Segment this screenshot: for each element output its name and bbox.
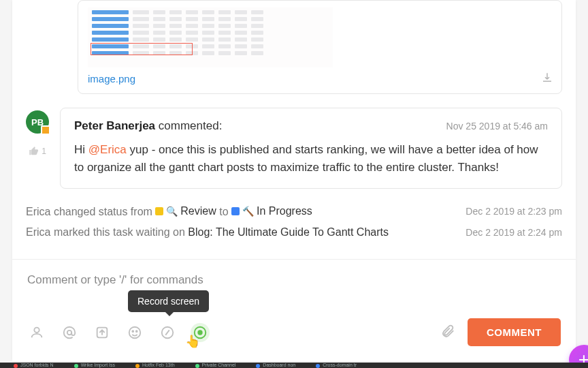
taskbar-item[interactable]: Dashboard non — [256, 363, 295, 367]
activity-prefix: Erica changed status from — [26, 206, 155, 217]
activity-prefix: Erica marked this task waiting on — [26, 226, 188, 238]
comment-body: Hi @Erica yup - once this is published a… — [74, 141, 548, 177]
attach-icon[interactable] — [440, 324, 455, 341]
svg-point-1 — [67, 330, 71, 334]
taskbar-item[interactable]: Cross-domain tr — [316, 363, 357, 367]
comment-input[interactable] — [27, 269, 561, 303]
svg-point-0 — [34, 327, 39, 332]
comment-text: Hi — [74, 143, 88, 156]
taskbar-item[interactable]: JSON forbids N — [14, 363, 54, 367]
taskbar-item[interactable]: Hotfix Feb 13th — [135, 363, 174, 367]
attachment-filename[interactable]: image.png — [88, 73, 135, 85]
attachment-thumbnail[interactable] — [88, 7, 333, 67]
activity-stream: image.png PB 1 Peter Banerjea commented: — [12, 0, 576, 243]
activity-time: Dec 2 2019 at 2:23 pm — [466, 206, 562, 217]
svg-point-4 — [132, 331, 133, 332]
slash-command-icon[interactable] — [158, 323, 177, 342]
comment-row: PB 1 Peter Banerjea commented: Nov 25 20… — [26, 108, 562, 189]
activity-time: Dec 2 2019 at 2:24 pm — [466, 227, 562, 238]
activity-waiting-on: Erica marked this task waiting on Blog: … — [26, 222, 562, 243]
svg-point-5 — [136, 331, 137, 332]
download-icon[interactable] — [541, 72, 553, 87]
comment-author: Peter Banerjea — [74, 119, 155, 132]
like-count: 1 — [42, 147, 46, 156]
status-from: 🔍Review — [155, 205, 216, 217]
avatar[interactable]: PB — [26, 110, 49, 134]
status-to: 🔨In Progress — [231, 205, 312, 217]
attachment-card[interactable]: image.png — [78, 0, 562, 94]
comment-timestamp: Nov 25 2019 at 5:46 am — [446, 121, 548, 132]
task-detail-panel: image.png PB 1 Peter Banerjea commented: — [12, 0, 576, 361]
taskbar-item[interactable]: Wrike Import Iss — [74, 363, 115, 367]
mention-icon[interactable] — [60, 323, 79, 342]
linked-task[interactable]: Blog: The Ultimate Guide To Gantt Charts — [188, 226, 389, 238]
activity-status-change: Erica changed status from 🔍Review to 🔨In… — [26, 201, 562, 222]
emoji-icon[interactable] — [125, 323, 144, 342]
tooltip-record-screen: Record screen — [128, 290, 209, 312]
comment-author-line: Peter Banerjea commented: — [74, 119, 222, 133]
comment-composer: Record screen COMMENT 👆 — [12, 259, 576, 356]
comment-text-rest: yup - once this is published and starts … — [74, 143, 538, 174]
comment-card: Peter Banerjea commented: Nov 25 2019 at… — [60, 108, 562, 189]
taskbar-item[interactable]: Private Channel — [195, 363, 236, 367]
comment-verb: commented: — [159, 119, 223, 132]
like-button[interactable]: 1 — [29, 146, 46, 157]
mention[interactable]: @Erica — [88, 143, 127, 156]
cursor-pointer: 👆 — [185, 334, 200, 349]
comment-submit-button[interactable]: COMMENT — [468, 318, 561, 346]
task-icon[interactable] — [93, 323, 112, 342]
os-taskbar: JSON forbids N Wrike Import Iss Hotfix F… — [0, 363, 588, 368]
assignee-icon[interactable] — [27, 323, 46, 342]
svg-point-3 — [129, 326, 141, 338]
